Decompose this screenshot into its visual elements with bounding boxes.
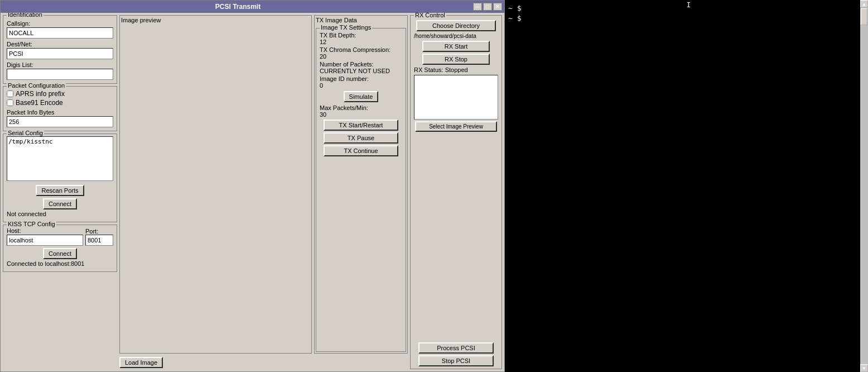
max-packets-label: Max Packets/Min: <box>320 104 402 111</box>
stop-pcsi-button[interactable]: Stop PCSI <box>418 355 494 366</box>
digis-list-input[interactable] <box>7 69 113 80</box>
kiss-tcp-title: KISS TCP Config <box>7 221 56 227</box>
rx-control-panel: RX Control Choose Directory /home/showar… <box>410 15 502 369</box>
tx-bit-depth-row: TX Bit Depth: 12 <box>320 32 402 45</box>
rescan-ports-button[interactable]: Rescan Ports <box>36 185 84 196</box>
tx-bit-depth-value: 12 <box>320 39 402 45</box>
serial-config-group: Serial Config Rescan Ports Connect Not c… <box>3 133 117 222</box>
packet-config-title: Packet Configuration <box>7 82 66 89</box>
scroll-down-button[interactable]: ▼ <box>860 364 868 372</box>
rx-control-title: RX Control <box>414 13 446 18</box>
terminal-line-2: ~ $​ <box>508 13 865 23</box>
serial-port-textarea[interactable] <box>7 136 113 181</box>
title-bar: PCSI Transmit ─ □ ✕ <box>1 1 504 13</box>
directory-path: /home/showard/pcsi-data <box>414 33 498 39</box>
host-label: Host: <box>7 227 83 234</box>
port-field-container: Port: <box>85 228 113 246</box>
dest-net-label: Dest/Net: <box>7 41 113 47</box>
maximize-button[interactable]: □ <box>483 3 492 11</box>
tx-chroma-value: 20 <box>320 53 402 60</box>
tx-bit-depth-label: TX Bit Depth: <box>320 32 402 39</box>
image-id-value: 0 <box>320 82 402 89</box>
tx-settings-group: Image TX Settings TX Bit Depth: 12 TX Ch… <box>316 28 406 352</box>
image-preview-label: Image preview <box>121 17 310 23</box>
tx-chroma-row: TX Chroma Compression: 20 <box>320 46 402 60</box>
rx-status-text: RX Status: Stopped <box>414 66 498 73</box>
load-image-button[interactable]: Load Image <box>119 357 163 368</box>
image-preview-area <box>121 25 310 352</box>
image-preview-panel: Image preview <box>119 15 312 354</box>
rx-start-button[interactable]: RX Start <box>422 41 490 52</box>
kiss-tcp-group: KISS TCP Config Host: Port: Connect Conn… <box>3 225 117 272</box>
base91-row: Base91 Encode <box>7 99 113 107</box>
image-id-label: Image ID number: <box>320 75 402 82</box>
max-packets-value: 30 <box>320 111 402 118</box>
main-window: PCSI Transmit ─ □ ✕ Identification Calls… <box>0 0 505 372</box>
load-image-row: Load Image <box>119 356 408 369</box>
host-port-row: Host: Port: <box>7 227 113 246</box>
tx-settings-title: Image TX Settings <box>320 24 372 31</box>
num-packets-value: CURRENTLY NOT USED <box>320 68 402 74</box>
tx-image-panel: TX Image Data Image TX Settings TX Bit D… <box>314 15 408 354</box>
callsign-label: Callsign: <box>7 20 113 27</box>
tx-image-data-label: TX Image Data <box>316 17 406 23</box>
simulate-btn-row: Simulate <box>320 91 402 102</box>
terminal-scrollbar: ▲ ▼ <box>860 0 868 372</box>
tx-start-restart-button[interactable]: TX Start/Restart <box>324 120 398 131</box>
packet-info-input[interactable] <box>7 116 113 127</box>
left-panel: Identification Callsign: Dest/Net: Digis… <box>3 15 117 369</box>
terminal-cursor-indicator: I <box>687 0 691 10</box>
tx-pause-button[interactable]: TX Pause <box>324 132 398 144</box>
base91-label: Base91 Encode <box>16 99 63 107</box>
port-label: Port: <box>85 228 113 235</box>
tcp-connect-button[interactable]: Connect <box>43 248 77 259</box>
select-image-preview-button[interactable]: Select Image Preview <box>415 121 498 132</box>
middle-panel: Image preview TX Image Data Image TX Set… <box>119 15 408 369</box>
max-packets-row: Max Packets/Min: 30 <box>320 104 402 118</box>
title-bar-controls: ─ □ ✕ <box>473 3 502 11</box>
image-id-row: Image ID number: 0 <box>320 75 402 89</box>
choose-directory-button[interactable]: Choose Directory <box>416 20 496 31</box>
serial-connect-button[interactable]: Connect <box>43 198 77 209</box>
simulate-button[interactable]: Simulate <box>344 91 379 102</box>
callsign-input[interactable] <box>7 27 113 39</box>
rx-stop-button[interactable]: RX Stop <box>422 54 490 65</box>
window-title: PCSI Transmit <box>3 3 473 11</box>
aprs-prefix-row: APRS info prefix <box>7 90 113 98</box>
port-input[interactable] <box>85 235 113 246</box>
scroll-thumb[interactable] <box>861 8 867 25</box>
tx-chroma-label: TX Chroma Compression: <box>320 46 402 53</box>
host-input[interactable] <box>7 235 83 246</box>
dest-net-input[interactable] <box>7 48 113 59</box>
rx-image-preview <box>414 75 498 120</box>
packet-config-group: Packet Configuration APRS info prefix Ba… <box>3 86 117 131</box>
tx-continue-button[interactable]: TX Continue <box>324 145 398 156</box>
terminal-panel: ~ $ ~ $​ I ▲ ▼ <box>505 0 868 372</box>
process-pcsi-button[interactable]: Process PCSI <box>418 342 494 354</box>
host-field-container: Host: <box>7 227 83 246</box>
base91-checkbox[interactable] <box>7 99 13 106</box>
identification-group: Identification Callsign: Dest/Net: Digis… <box>3 15 117 84</box>
identification-title: Identification <box>7 13 44 18</box>
packet-info-label: Packet Info Bytes <box>7 109 113 116</box>
aprs-prefix-label: APRS info prefix <box>16 90 65 98</box>
scroll-track <box>860 8 868 364</box>
minimize-button[interactable]: ─ <box>473 3 482 11</box>
num-packets-label: Number of Packets: <box>320 61 402 68</box>
close-button[interactable]: ✕ <box>493 3 502 11</box>
aprs-prefix-checkbox[interactable] <box>7 90 13 97</box>
digis-list-label: Digis List: <box>7 61 113 68</box>
scroll-up-button[interactable]: ▲ <box>860 0 868 8</box>
tcp-status: Connected to localhost:8001 <box>7 260 113 267</box>
num-packets-row: Number of Packets: CURRENTLY NOT USED <box>320 61 402 74</box>
serial-config-title: Serial Config <box>7 130 44 136</box>
serial-status: Not connected <box>7 211 113 217</box>
